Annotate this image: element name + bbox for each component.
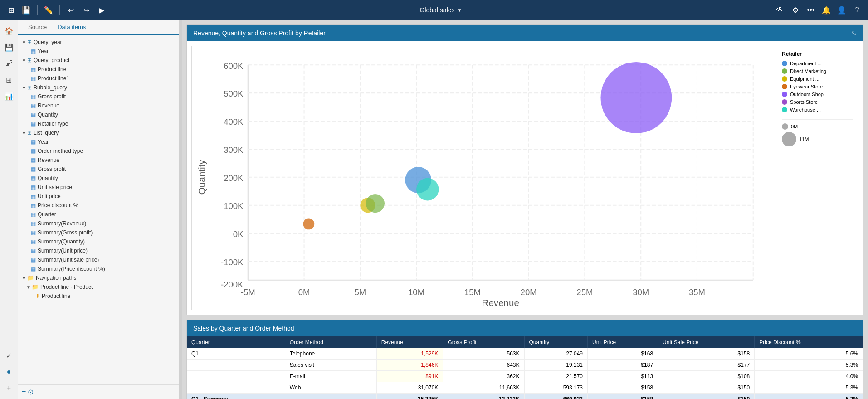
field-icon: ▦ bbox=[31, 157, 36, 163]
legend-label: Equipment ... bbox=[790, 76, 819, 82]
tree-label: Price discount % bbox=[38, 202, 78, 209]
tree-label: Gross profit bbox=[38, 166, 66, 172]
check-icon[interactable]: ✓ bbox=[2, 348, 16, 363]
toggle-icon: ▼ bbox=[22, 40, 26, 45]
sidebar-tree: ▼ ⊞ Query_year ▦ Year ▼ ⊞ Query_product … bbox=[18, 35, 179, 384]
field-icon: ▦ bbox=[31, 248, 36, 254]
tree-query-year[interactable]: ▼ ⊞ Query_year bbox=[18, 38, 179, 47]
tree-product-line1[interactable]: ▦ Product line1 bbox=[18, 74, 179, 83]
tree-label: Product line bbox=[42, 293, 70, 299]
filter-icon[interactable]: ⊞ bbox=[2, 73, 16, 87]
tree-quarter[interactable]: ▦ Quarter bbox=[18, 210, 179, 219]
folder-icon: 📁 bbox=[27, 275, 34, 281]
circle-dot-icon[interactable]: ⊙ bbox=[28, 388, 34, 396]
table-cell: $158 bbox=[588, 393, 658, 399]
tree-summary-unit-sale-price[interactable]: ▦ Summary(Unit sale price) bbox=[18, 255, 179, 264]
tree-label: Quantity bbox=[38, 112, 58, 118]
tree-gross-profit[interactable]: ▦ Gross profit bbox=[18, 92, 179, 101]
field-icon: ▦ bbox=[31, 229, 36, 236]
play-icon[interactable]: ▶ bbox=[95, 4, 108, 16]
tree-label: Year bbox=[38, 48, 49, 54]
field-icon: ▦ bbox=[31, 66, 36, 73]
tree-label: Summary(Price discount %) bbox=[38, 266, 105, 272]
col-price-discount: Price Discount % bbox=[755, 336, 863, 348]
edit-icon[interactable]: ✏️ bbox=[42, 4, 55, 16]
title-dropdown-icon[interactable]: ▼ bbox=[458, 8, 462, 13]
plus-icon[interactable]: + bbox=[2, 381, 16, 395]
tree-year-1[interactable]: ▦ Year bbox=[18, 47, 179, 56]
tree-product-line[interactable]: ▦ Product line bbox=[18, 65, 179, 74]
tree-retailer-type[interactable]: ▦ Retailer type bbox=[18, 119, 179, 128]
redo-icon[interactable]: ↪ bbox=[80, 4, 93, 16]
tree-summary-revenue[interactable]: ▦ Summary(Revenue) bbox=[18, 219, 179, 228]
table-row: Sales visit1,846K643K19,131$187$1775.3% bbox=[187, 359, 863, 370]
sliders-icon[interactable]: ⚙ bbox=[789, 4, 802, 16]
field-icon: ▦ bbox=[31, 257, 36, 263]
tree-price-discount[interactable]: ▦ Price discount % bbox=[18, 201, 179, 210]
brush-icon[interactable]: 🖌 bbox=[2, 56, 16, 71]
data-icon[interactable]: 📊 bbox=[2, 89, 16, 103]
tree-revenue-2[interactable]: ▦ Revenue bbox=[18, 156, 179, 165]
svg-text:30M: 30M bbox=[633, 287, 649, 297]
save-button[interactable]: 💾 bbox=[20, 4, 33, 16]
tree-summary-unit-price[interactable]: ▦ Summary(Unit price) bbox=[18, 246, 179, 255]
chart-plot-area: 600K 500K 400K 300K 200K 100K 0K -100K -… bbox=[191, 46, 772, 310]
field-icon: ▦ bbox=[31, 266, 36, 272]
size-circle-sm bbox=[782, 123, 788, 130]
table-cell: $187 bbox=[588, 359, 658, 370]
tree-year-2[interactable]: ▦ Year bbox=[18, 137, 179, 146]
tree-summary-gross-profit[interactable]: ▦ Summary(Gross profit) bbox=[18, 228, 179, 237]
tree-label: Bubble_query bbox=[34, 84, 67, 91]
tree-product-line-product[interactable]: ▼ 📁 Product line - Product bbox=[18, 282, 179, 292]
tree-unit-sale-price[interactable]: ▦ Unit sale price bbox=[18, 183, 179, 192]
table-cell: Web bbox=[285, 382, 376, 393]
help-icon[interactable]: ? bbox=[851, 4, 863, 16]
tree-label: Product line - Product bbox=[40, 284, 93, 290]
table-cell: $158 bbox=[658, 348, 755, 360]
tree-summary-price-discount[interactable]: ▦ Summary(Price discount %) bbox=[18, 264, 179, 273]
svg-text:0K: 0K bbox=[233, 229, 244, 239]
tree-quantity-1[interactable]: ▦ Quantity bbox=[18, 110, 179, 119]
chart-resize-icon[interactable]: ⤡ bbox=[851, 29, 857, 37]
undo-icon[interactable]: ↩ bbox=[64, 4, 77, 16]
bubble-direct-marketing bbox=[366, 194, 385, 213]
svg-text:600K: 600K bbox=[224, 61, 244, 71]
eye-icon[interactable]: 👁 bbox=[774, 4, 786, 16]
tree-product-line-nav[interactable]: ⬇ Product line bbox=[18, 292, 179, 301]
tree-gross-profit-2[interactable]: ▦ Gross profit bbox=[18, 165, 179, 174]
tree-query-product[interactable]: ▼ ⊞ Query_product bbox=[18, 56, 179, 65]
field-icon: ▦ bbox=[31, 139, 36, 145]
bubble-chart-svg: 600K 500K 400K 300K 200K 100K 0K -100K -… bbox=[192, 46, 772, 308]
home-icon[interactable]: 🏠 bbox=[2, 24, 16, 38]
tab-source[interactable]: Source bbox=[23, 20, 52, 34]
legend-dot bbox=[782, 107, 787, 112]
tree-unit-price[interactable]: ▦ Unit price bbox=[18, 192, 179, 201]
table-cell: 5.3% bbox=[755, 359, 863, 370]
tree-revenue-1[interactable]: ▦ Revenue bbox=[18, 101, 179, 110]
tree-summary-quantity[interactable]: ▦ Summary(Quantity) bbox=[18, 237, 179, 246]
add-icon[interactable]: + bbox=[22, 388, 26, 396]
table-cell: 1,846K bbox=[376, 359, 443, 370]
legend-item-warehouse: Warehouse ... bbox=[782, 107, 824, 112]
tree-list-query[interactable]: ▼ ⊞ List_query bbox=[18, 128, 179, 137]
field-icon: ▦ bbox=[31, 121, 36, 127]
circle-icon[interactable]: ● bbox=[2, 365, 16, 379]
table-cell: $158 bbox=[588, 382, 658, 393]
user-icon[interactable]: 👤 bbox=[835, 4, 848, 16]
bell-icon[interactable]: 🔔 bbox=[820, 4, 833, 16]
more-icon[interactable]: ••• bbox=[805, 4, 817, 16]
grid-icon[interactable]: ⊞ bbox=[5, 4, 17, 16]
table-row: Q1Telephone1,529K563K27,049$168$1585.6% bbox=[187, 348, 863, 360]
toolbar-right: 👁 ⚙ ••• 🔔 👤 ? bbox=[774, 4, 863, 16]
table-cell: 891K bbox=[376, 370, 443, 382]
legend-label: Warehouse ... bbox=[790, 107, 821, 112]
tree-nav-paths[interactable]: ▼ 📁 Navigation paths bbox=[18, 273, 179, 282]
legend-size-11m: 11M bbox=[782, 132, 853, 146]
tree-label: Summary(Revenue) bbox=[38, 220, 86, 227]
svg-text:500K: 500K bbox=[224, 89, 244, 98]
save-rail-icon[interactable]: 💾 bbox=[2, 40, 16, 54]
tab-data-items[interactable]: Data items bbox=[52, 20, 91, 35]
tree-order-method[interactable]: ▦ Order method type bbox=[18, 146, 179, 156]
tree-bubble-query[interactable]: ▼ ⊞ Bubble_query bbox=[18, 83, 179, 92]
tree-quantity-2[interactable]: ▦ Quantity bbox=[18, 174, 179, 183]
